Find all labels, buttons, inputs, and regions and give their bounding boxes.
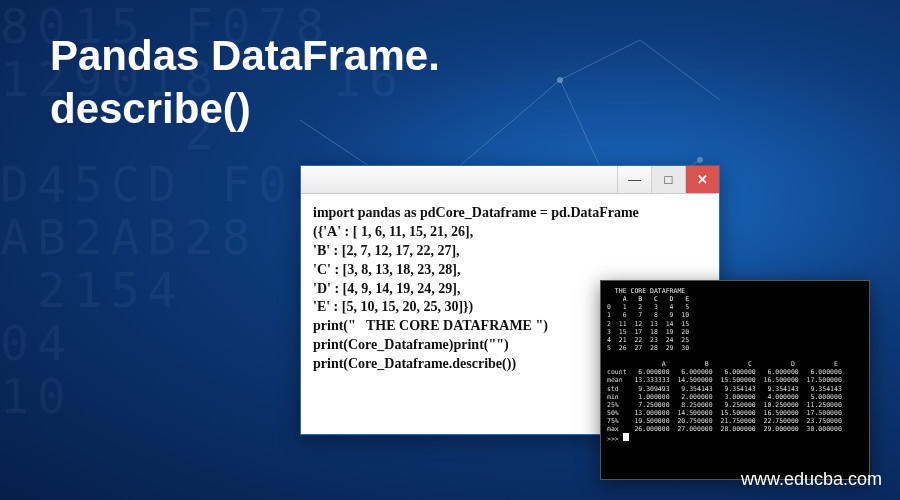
terminal-df-header: THE CORE DATAFRAME A B C D E [607,287,689,303]
terminal-describe-rows: count 6.000000 6.000000 6.000000 6.00000… [607,368,842,433]
title-line-1: Pandas DataFrame. [50,32,440,79]
close-button[interactable]: ✕ [685,166,719,193]
terminal-df-rows: 0 1 2 3 4 5 1 6 7 8 9 10 2 11 12 13 14 1… [607,303,689,352]
svg-point-1 [557,77,563,83]
title-line-2: describe() [50,85,251,132]
terminal-prompt[interactable]: >>> [607,435,623,443]
cursor-icon [623,433,629,441]
terminal-describe-header: A B C D E [607,360,838,368]
site-watermark: www.educba.com [741,469,882,490]
maximize-button[interactable]: □ [651,166,685,193]
terminal-output: THE CORE DATAFRAME A B C D E 0 1 2 3 4 5… [607,287,863,443]
window-titlebar: — □ ✕ [301,166,719,194]
svg-point-3 [697,157,703,163]
terminal-window: THE CORE DATAFRAME A B C D E 0 1 2 3 4 5… [600,280,870,480]
minimize-button[interactable]: — [617,166,651,193]
page-title: Pandas DataFrame. describe() [50,30,440,135]
